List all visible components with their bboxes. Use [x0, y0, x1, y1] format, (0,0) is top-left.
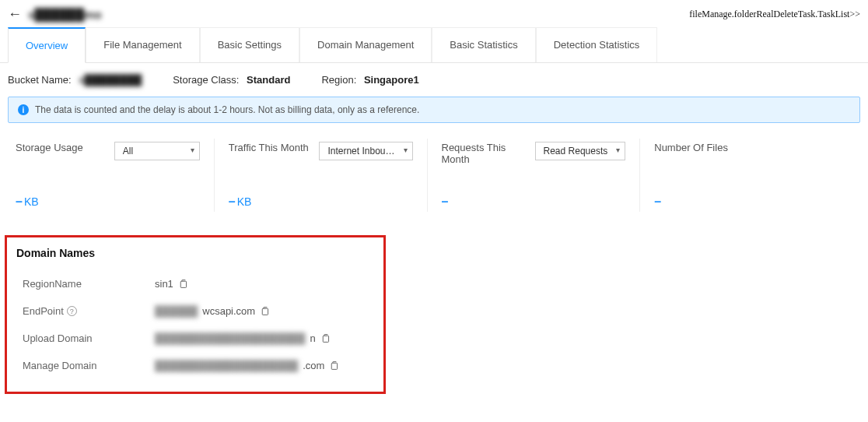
svg-rect-0 [180, 281, 186, 287]
stat-value: – KB [16, 195, 200, 209]
stat-head: Number Of Files [654, 142, 838, 176]
storage-class-label: Storage Class: [173, 74, 239, 86]
stat-dash: – [229, 195, 236, 209]
stat-head: Storage Usage All [16, 142, 200, 176]
stat-storage-usage: Storage Usage All – KB [16, 139, 215, 212]
help-icon[interactable]: ? [67, 306, 77, 316]
svg-rect-2 [323, 336, 328, 342]
tab-detection-statistics[interactable]: Detection Statistics [536, 27, 658, 62]
stat-head: Traffic This Month Internet Inbou… [229, 142, 413, 176]
domain-row-regionname: RegionName sin1 [16, 270, 374, 297]
copy-icon[interactable] [260, 306, 270, 316]
tab-basic-statistics[interactable]: Basic Statistics [432, 27, 535, 62]
domain-value: sin1 [155, 278, 188, 290]
stat-label: Number Of Files [654, 142, 728, 153]
domain-label: Manage Domain [23, 360, 155, 371]
stat-traffic-this-month: Traffic This Month Internet Inbou… – KB [215, 139, 428, 212]
stat-dash: – [654, 195, 661, 209]
svg-rect-3 [332, 363, 338, 369]
stat-value: – KB [229, 195, 413, 209]
domain-row-manage-domain: Manage Domain ████████████████████.com [16, 352, 374, 379]
header-right-link[interactable]: fileManage.folderRealDeleteTask.TaskList… [689, 9, 860, 20]
stat-label: Traffic This Month [229, 142, 309, 153]
domain-names-section: Domain Names RegionName sin1 EndPoint ? … [5, 235, 386, 394]
page-title: s██████mo [28, 8, 102, 21]
page-header: ← s██████mo fileManage.folderRealDeleteT… [0, 0, 868, 27]
stat-label: Storage Usage [16, 142, 83, 153]
region: Region: Singapore1 [321, 74, 418, 86]
bucket-name-value: s████████ [79, 74, 142, 86]
stat-label: Requests This Month [442, 142, 527, 165]
bucket-name-label: Bucket Name: [8, 74, 72, 86]
storage-class-value: Standard [247, 74, 290, 86]
domain-value: ██████wcsapi.com [155, 305, 270, 317]
tab-basic-settings[interactable]: Basic Settings [200, 27, 299, 62]
tab-overview[interactable]: Overview [8, 27, 86, 63]
copy-icon[interactable] [329, 360, 339, 371]
domain-value: ████████████████████.com [155, 360, 339, 371]
domain-row-upload-domain: Upload Domain █████████████████████n [16, 325, 374, 352]
stat-number-of-files: Number Of Files – [640, 139, 852, 212]
stat-dash: – [16, 195, 23, 209]
back-arrow-icon[interactable]: ← [8, 6, 22, 23]
storage-class: Storage Class: Standard [173, 74, 290, 86]
info-alert: i The data is counted and the delay is a… [8, 97, 860, 123]
domain-label: Upload Domain [23, 332, 155, 344]
alert-text: The data is counted and the delay is abo… [35, 104, 419, 115]
stat-requests-this-month: Requests This Month Read Requests – [428, 139, 641, 212]
bucket-name: Bucket Name: s████████ [8, 74, 142, 86]
tab-bar: Overview File Management Basic Settings … [0, 27, 868, 63]
domain-label: EndPoint ? [23, 305, 155, 317]
storage-usage-select[interactable]: All [114, 142, 200, 160]
stat-head: Requests This Month Read Requests [442, 142, 626, 176]
copy-icon[interactable] [178, 279, 188, 289]
info-icon: i [18, 104, 29, 115]
traffic-select[interactable]: Internet Inbou… [319, 142, 412, 160]
stat-unit: KB [24, 195, 39, 208]
stat-dash: – [442, 195, 449, 209]
svg-rect-1 [262, 308, 268, 315]
domain-row-endpoint: EndPoint ? ██████wcsapi.com [16, 297, 374, 325]
region-label: Region: [321, 74, 356, 86]
domain-names-title: Domain Names [16, 247, 374, 259]
stat-value: – [442, 195, 626, 209]
stat-unit: KB [237, 195, 252, 208]
requests-select[interactable]: Read Requests [535, 142, 626, 160]
header-left: ← s██████mo [8, 6, 102, 23]
copy-icon[interactable] [320, 333, 331, 343]
tab-file-management[interactable]: File Management [86, 27, 199, 62]
bucket-info-row: Bucket Name: s████████ Storage Class: St… [0, 63, 868, 93]
domain-label: RegionName [23, 278, 155, 290]
stat-value: – [654, 195, 838, 209]
region-value: Singapore1 [364, 74, 419, 86]
stats-row: Storage Usage All – KB Traffic This Mont… [0, 134, 868, 227]
tab-domain-management[interactable]: Domain Management [299, 27, 432, 62]
domain-value: █████████████████████n [155, 332, 331, 344]
